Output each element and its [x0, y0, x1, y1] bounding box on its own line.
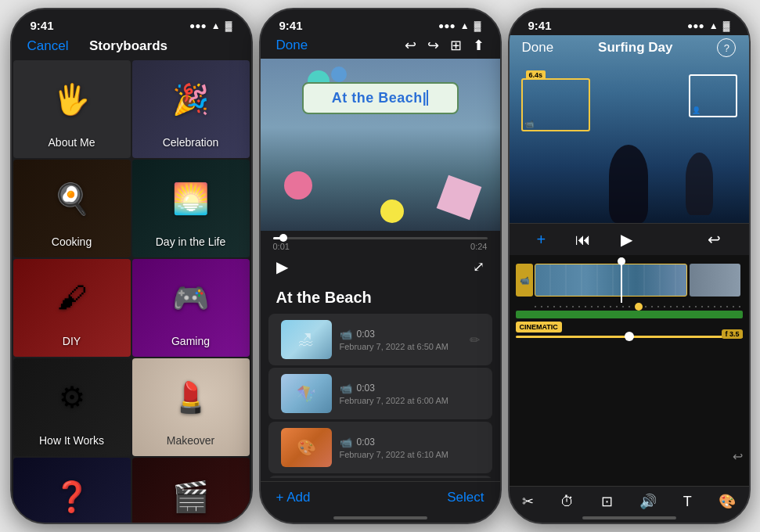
storyboard-cooking[interactable]: 🍳 Cooking	[13, 160, 131, 257]
help-button[interactable]: ?	[717, 38, 736, 57]
add-button[interactable]: + Add	[276, 490, 311, 505]
share-icon[interactable]: ⬆	[473, 37, 484, 54]
clip-item-4[interactable]: 🌊 📹 0:04 February 7, 2022 at 6:30 AM	[268, 476, 492, 478]
beach-header: Done ↩ ↪ ⊞ ⬆	[261, 35, 500, 59]
wifi-icon-3: ▲	[709, 20, 719, 31]
status-time-3: 9:41	[528, 19, 552, 32]
white-selection-box[interactable]: 👤	[689, 74, 737, 117]
deco-pink	[284, 171, 312, 200]
clip-info-1: 📹 0:03 February 7, 2022 at 6:50 AM	[340, 329, 462, 351]
play-pause-button[interactable]: ▶	[621, 230, 632, 249]
status-bar-3: 9:41 ●●● ▲ ▓	[510, 9, 749, 35]
clip-video-icon-2: 📹	[340, 383, 352, 394]
surfing-done-button[interactable]: Done	[522, 40, 554, 56]
main-clip[interactable]	[535, 264, 687, 297]
home-indicator-2	[333, 516, 427, 519]
how-it-works-label: How It Works	[39, 434, 104, 447]
wifi-icon: ▲	[211, 20, 221, 31]
deco-yellow	[380, 200, 404, 223]
yellow-scrubber[interactable]: f 3.5	[516, 336, 743, 338]
storyboard-about-me[interactable]: 🖐 About Me	[13, 60, 131, 158]
cancel-button[interactable]: Cancel	[27, 38, 69, 54]
beach-done-button[interactable]: Done	[276, 38, 308, 53]
surfing-title: Surfing Day	[598, 40, 672, 56]
add-clip-button[interactable]: +	[537, 231, 546, 249]
wifi-icon-2: ▲	[460, 20, 470, 31]
status-icons-2: ●●● ▲ ▓	[438, 20, 481, 31]
storyboard-how-it-works[interactable]: ⚙ How It Works	[13, 358, 131, 456]
clip-date-1: February 7, 2022 at 6:50 AM	[340, 342, 462, 351]
diy-label: DIY	[63, 335, 81, 347]
storyboard-celebration[interactable]: 🎉 Celebration	[132, 60, 250, 158]
second-clip[interactable]	[690, 264, 740, 297]
scrubber-undo[interactable]: ↩	[733, 449, 743, 464]
storyboard-day-life[interactable]: 🌅 Day in the Life	[132, 160, 250, 257]
step-back-button[interactable]: ⏮	[575, 231, 591, 249]
time-end: 0:24	[470, 242, 487, 251]
crop-tool[interactable]: ⊡	[601, 493, 613, 510]
beach-title-text: At the Beach|	[332, 90, 429, 106]
storyboard-gaming[interactable]: 🎮 Gaming	[132, 259, 250, 357]
play-button[interactable]: ▶	[276, 257, 288, 276]
day-life-label: Day in the Life	[156, 235, 226, 248]
edit-icon[interactable]: ⊞	[450, 37, 462, 54]
scrubber-track[interactable]	[273, 237, 488, 239]
timeline-controls: + ⏮ ▶ ⏭ ↩	[510, 223, 749, 255]
clip-duration-2: 0:03	[357, 383, 375, 394]
storyboard-diy[interactable]: 🖌 DIY	[13, 259, 131, 357]
scrubber-dot	[279, 234, 287, 242]
storyboards-header: Cancel Storyboards	[12, 35, 251, 60]
signal-icon-2: ●●●	[438, 20, 456, 31]
title-text-inner: At the Beach	[332, 90, 423, 106]
scrubber-times: 0:01 0:24	[273, 242, 488, 251]
deco-blue	[331, 66, 347, 82]
makeover-label: Makeover	[167, 434, 214, 447]
video-scrubber[interactable]: 0:01 0:24	[261, 231, 500, 254]
storyboard-qa[interactable]: ❓ Q&A	[13, 458, 131, 524]
storyboard-film[interactable]: 🎬 Film	[132, 458, 250, 524]
select-button[interactable]: Select	[447, 490, 484, 505]
yellow-scrubber-dot	[625, 332, 634, 341]
clip-duration-badge: 6.4s	[526, 70, 546, 80]
cinematic-row: CINEMATIC	[516, 322, 743, 332]
clip-item-2[interactable]: 🪁 📹 0:03 February 7, 2022 at 6:00 AM	[268, 368, 492, 419]
clip-thumb-2: 🪁	[281, 374, 332, 413]
clip-item-3[interactable]: 🎨 📹 0:03 February 7, 2022 at 6:10 AM	[268, 422, 492, 473]
speed-badge: f 3.5	[722, 329, 742, 339]
surfer-2-silhouette	[686, 153, 713, 215]
clip-video-icon-3: 📹	[340, 437, 352, 448]
storyboards-title: Storyboards	[89, 38, 167, 54]
clip-edit-1[interactable]: ✏	[470, 332, 480, 347]
timeline-area: 📹	[510, 255, 749, 486]
fullscreen-button[interactable]: ⤢	[473, 258, 484, 275]
yellow-selection-box[interactable]: 6.4s 📹	[521, 78, 590, 131]
clip-duration-1: 0:03	[357, 329, 375, 340]
text-tool[interactable]: T	[683, 494, 692, 510]
add-select-bar: + Add Select	[261, 481, 500, 513]
bottom-tools: ✂ ⏱ ⊡ 🔊 T 🎨	[510, 486, 749, 513]
undo-icon[interactable]: ↩	[405, 37, 416, 54]
diy-icon: 🖌	[57, 281, 87, 315]
gaming-icon: 🎮	[172, 281, 209, 315]
yellow-clip[interactable]: 📹	[516, 264, 533, 297]
signal-icon-3: ●●●	[687, 20, 704, 31]
status-time-2: 9:41	[279, 19, 303, 32]
redo-icon[interactable]: ↪	[427, 37, 439, 54]
celebration-icon: 🎉	[172, 82, 209, 117]
how-it-works-icon: ⚙	[59, 380, 85, 415]
audio-tool[interactable]: 🔊	[639, 493, 657, 510]
color-tool[interactable]: 🎨	[719, 493, 736, 510]
makeover-icon: 💄	[172, 380, 209, 415]
cooking-icon: 🍳	[53, 182, 90, 216]
phones-container: 9:41 ●●● ▲ ▓ Cancel Storyboards 🖐 About …	[10, 8, 751, 524]
status-bar-2: 9:41 ●●● ▲ ▓	[261, 9, 500, 35]
scissors-tool[interactable]: ✂	[522, 493, 534, 510]
speed-tool[interactable]: ⏱	[560, 494, 575, 510]
undo-clip-button[interactable]: ↩	[708, 230, 721, 249]
clip-item-1[interactable]: 🏖 📹 0:03 February 7, 2022 at 6:50 AM ✏	[268, 314, 492, 365]
audio-track[interactable]	[516, 311, 743, 318]
clip-video-icon-1: 📹	[340, 329, 352, 340]
playhead	[621, 260, 622, 303]
phone-surfing: 9:41 ●●● ▲ ▓ Done Surfing Day ?	[508, 8, 751, 524]
storyboard-makeover[interactable]: 💄 Makeover	[132, 358, 250, 456]
